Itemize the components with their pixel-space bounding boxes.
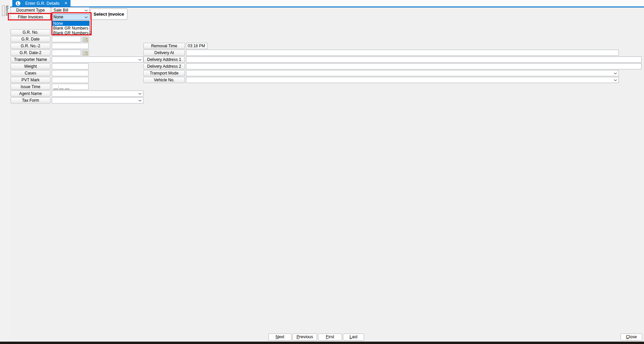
gr-date-input[interactable] — [52, 36, 81, 42]
cases-input[interactable] — [52, 70, 89, 76]
transport-mode-label: Transport Mode — [143, 70, 185, 76]
chevron-down-icon — [614, 79, 617, 81]
chevron-down-icon — [138, 59, 142, 61]
select-invoice-button[interactable]: Select Invoice — [90, 9, 127, 20]
left-dock-strip: Menu — [0, 0, 10, 344]
dropdown-option-blank-gr-numbers[interactable]: Blank GR Numbers — [52, 26, 89, 31]
vehicle-no-combo[interactable] — [186, 77, 619, 83]
filter-invoices-dropdown-list: None Blank GR Numbers Blank GR Numbers-2 — [52, 21, 90, 35]
document-type-label: Document Type — [11, 7, 50, 13]
first-button[interactable]: First — [318, 333, 342, 341]
gr-no-2-input[interactable] — [52, 43, 89, 49]
close-icon[interactable]: ✕ — [64, 1, 67, 5]
gr-no-2-label: G.R. No.-2 — [11, 43, 50, 49]
gr-no-label: G.R. No. — [11, 29, 50, 35]
chevron-down-icon — [84, 10, 88, 12]
tab-title: Enter G.R. Details — [20, 1, 64, 6]
chevron-down-icon — [138, 93, 142, 95]
vehicle-no-label: Vehicle No. — [143, 77, 185, 83]
filter-invoices-label: Filter Invoices — [11, 14, 50, 20]
close-button[interactable]: Close — [621, 333, 642, 341]
menu-dock-tab[interactable]: Menu — [5, 5, 9, 21]
chevron-down-icon — [614, 72, 617, 75]
gr-date-calendar-button[interactable] — [82, 36, 89, 42]
app-logo-icon: L — [16, 1, 20, 6]
transporter-name-label: Transporter Name — [11, 56, 50, 63]
dropdown-option-blank-gr-numbers-2[interactable]: Blank GR Numbers-2 — [52, 31, 89, 35]
weight-input[interactable] — [52, 63, 89, 69]
filter-invoices-combo[interactable]: None — [52, 14, 90, 20]
transport-mode-combo[interactable] — [186, 70, 619, 76]
tab-enter-gr-details[interactable]: L Enter G.R. Details ✕ — [12, 0, 70, 6]
agent-name-combo[interactable] — [52, 91, 143, 97]
tab-strip — [10, 0, 644, 6]
calendar-icon — [83, 37, 88, 42]
menu-dock-handle[interactable] — [2, 5, 5, 16]
delivery-at-label: Delivery At — [143, 50, 185, 56]
tax-form-combo[interactable] — [52, 97, 143, 103]
next-button[interactable]: Next — [268, 333, 292, 341]
delivery-at-input[interactable] — [186, 50, 619, 56]
delivery-address-1-input[interactable] — [186, 56, 642, 63]
delivery-address-1-label: Delivery Address 1 — [143, 56, 185, 63]
delivery-address-2-label: Delivery Address 2 — [143, 63, 185, 69]
cases-label: Cases — [11, 70, 50, 76]
transporter-name-combo[interactable] — [52, 56, 143, 63]
chevron-down-icon — [84, 16, 88, 18]
document-type-combo[interactable]: Sale Bill — [52, 7, 90, 13]
delivery-address-2-input[interactable] — [186, 63, 642, 69]
chevron-down-icon — [138, 100, 142, 102]
removal-time-input[interactable]: 03:18 PM — [186, 43, 207, 49]
gr-date-2-label: G.R. Date-2 — [11, 50, 50, 56]
gr-date-2-input[interactable] — [52, 50, 81, 56]
pvt-mark-label: PVT Mark — [11, 77, 50, 83]
issue-time-input[interactable]: __:__ __ — [52, 84, 89, 90]
bottom-edge-bar — [0, 342, 644, 344]
tab-strip-accent-line — [10, 6, 644, 7]
previous-button[interactable]: Previous — [293, 333, 317, 341]
removal-time-label: Removal Time — [143, 43, 185, 49]
pvt-mark-input[interactable] — [52, 77, 89, 83]
last-button[interactable]: Last — [343, 333, 364, 341]
issue-time-label: Issue Time — [11, 84, 50, 90]
agent-name-label: Agent Name — [11, 91, 50, 97]
weight-label: Weight — [11, 63, 50, 69]
calendar-icon — [83, 51, 88, 55]
gr-date-label: G.R. Date — [11, 36, 50, 42]
tax-form-label: Tax Form — [11, 97, 50, 103]
gr-date-2-calendar-button[interactable] — [82, 50, 89, 56]
dropdown-option-none[interactable]: None — [52, 21, 89, 26]
